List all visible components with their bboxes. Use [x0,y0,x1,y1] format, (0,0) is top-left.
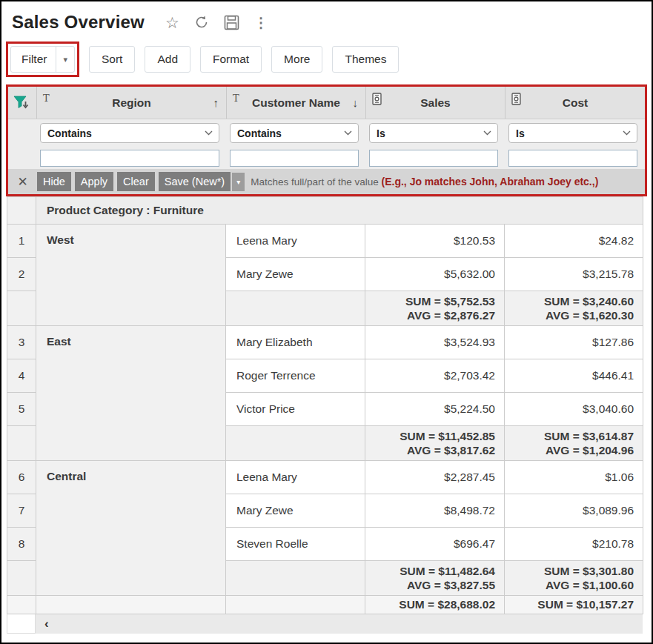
page: Sales Overview ☆ ⋮ Filter [1,1,652,634]
filter-header-row: T Region ↑ T Customer Name ↓ Sales [8,87,645,119]
region-cell: East [36,326,226,461]
cost-cell: $3,089.96 [505,494,643,528]
group-header-row: Product Category : Furniture [7,197,643,225]
customer-cell: Roger Terrence [226,359,365,393]
row-number-cell [7,291,36,326]
filter-hint-example: (E.g., Jo matches John, Abraham Joey etc… [382,176,599,187]
filter-value-input-region[interactable] [40,150,219,167]
cost-grand-total-cell: SUM = $10,157.27 [505,596,643,614]
filter-button[interactable]: Filter ▾ [10,46,75,73]
filter-input-row [8,147,645,169]
horizontal-scrollbar[interactable]: ‹ [7,614,643,634]
subtotal-spacer-cell [226,291,365,326]
region-cell: Central [36,461,226,596]
grand-total-spacer-cell [226,596,365,614]
sales-subtotal-cell: SUM = $11,482.64 AVG = $3,827.55 [365,561,505,596]
sum-sales: SUM = $11,452.85 [365,429,495,443]
apply-button[interactable]: Apply [75,172,113,191]
group-header-label: Product Category : Furniture [36,197,643,225]
clear-button[interactable]: Clear [117,172,155,191]
customer-cell: Victor Price [226,393,365,426]
save-new-button[interactable]: Save (New*) [159,172,231,191]
avg-cost: AVG = $1,100.60 [505,578,634,592]
column-header-region[interactable]: T Region ↑ [37,87,227,119]
filter-value-input-customer-name[interactable] [230,150,359,167]
sum-sales: SUM = $5,752.53 [365,294,495,308]
condition-select-sales[interactable]: Is [369,123,498,143]
sales-subtotal-cell: SUM = $5,752.53 AVG = $2,876.27 [365,291,505,326]
filter-value-input-cost[interactable] [508,150,637,167]
title-actions: ☆ ⋮ [165,15,269,30]
column-header-cost[interactable]: Cost [506,87,645,119]
column-header-sales[interactable]: Sales [366,87,506,119]
chevron-down-icon [205,130,213,136]
data-table: Product Category : Furniture 1 West Leen… [7,196,643,614]
sales-cell: $3,524.93 [365,326,505,359]
filter-value-input-sales[interactable] [369,150,498,167]
title-bar: Sales Overview ☆ ⋮ [6,7,647,40]
close-filter-icon[interactable]: ✕ [8,174,37,190]
sum-cost: SUM = $3,614.87 [505,429,634,443]
currency-type-icon [511,93,521,105]
customer-cell: Mary Zewe [226,494,365,528]
cost-cell: $24.82 [505,225,643,258]
sales-subtotal-cell: SUM = $11,452.85 AVG = $3,817.62 [365,426,505,461]
favorite-star-icon[interactable]: ☆ [165,15,179,30]
condition-select-customer-name[interactable]: Contains [230,123,359,143]
sales-cell: $2,287.45 [365,461,505,494]
themes-button[interactable]: Themes [332,46,399,73]
column-header-customer-name[interactable]: T Customer Name ↓ [227,87,366,119]
sales-cell: $696.47 [365,528,505,561]
scrollbar-track[interactable]: ‹ [36,614,643,634]
more-button[interactable]: More [271,46,322,73]
sort-button[interactable]: Sort [89,46,135,73]
row-number-cell [7,596,36,614]
condition-select-region[interactable]: Contains [40,123,219,143]
save-icon[interactable] [224,15,239,30]
refresh-icon[interactable] [194,15,209,30]
condition-select-cost[interactable]: Is [508,123,637,143]
sort-ascending-icon[interactable]: ↑ [213,96,219,109]
add-button[interactable]: Add [145,46,190,73]
cost-subtotal-cell: SUM = $3,614.87 AVG = $1,204.96 [505,426,643,461]
sales-grand-total-cell: SUM = $28,688.02 [365,596,505,614]
save-dropdown-caret-icon[interactable]: ▾ [232,173,245,191]
cost-cell: $3,040.60 [505,393,643,426]
customer-cell: Steven Roelle [226,528,365,561]
filter-hint: Matches full/part of the value (E.g., Jo… [251,176,598,187]
format-button[interactable]: Format [200,46,262,73]
customer-cell: Mary Elizabeth [226,326,365,359]
grand-total-spacer-cell [36,596,226,614]
page-title: Sales Overview [12,12,145,33]
filter-dropdown-caret-icon[interactable]: ▾ [56,49,74,70]
sales-cell: $8,498.72 [365,494,505,528]
hide-button[interactable]: Hide [37,172,71,191]
row-number-cell: 4 [7,359,36,393]
row-number-cell: 8 [7,528,36,561]
row-number-cell: 2 [7,258,36,291]
customer-cell: Mary Zewe [226,258,365,291]
chevron-down-icon [623,130,631,136]
cost-subtotal-cell: SUM = $3,240.60 AVG = $1,620.30 [505,291,643,326]
filter-hint-plain: Matches full/part of the value [251,176,381,187]
filter-funnel-cell[interactable] [8,87,37,119]
row-number-cell [7,561,36,596]
row-number-cell: 3 [7,326,36,359]
row-number-cell: 6 [7,461,36,494]
row-number-cell [7,197,36,225]
sum-cost: SUM = $3,240.60 [505,294,634,308]
scroll-left-icon[interactable]: ‹ [44,617,49,631]
toolbar: Filter ▾ Sort Add Format More Themes [6,40,647,83]
region-cell: West [36,225,226,326]
row-number-cell: 7 [7,494,36,528]
row-number-cell: 1 [7,225,36,258]
sales-cell: $2,703.42 [365,359,505,393]
avg-sales: AVG = $2,876.27 [365,308,495,322]
table-row: 1 West Leena Mary $120.53 $24.82 [7,225,643,258]
avg-cost: AVG = $1,204.96 [505,443,634,457]
sort-descending-icon[interactable]: ↓ [353,96,359,109]
cost-cell: $446.41 [505,359,643,393]
filter-funnel-icon [13,96,31,110]
row-number-cell: 5 [7,393,36,426]
more-options-icon[interactable]: ⋮ [254,16,269,30]
